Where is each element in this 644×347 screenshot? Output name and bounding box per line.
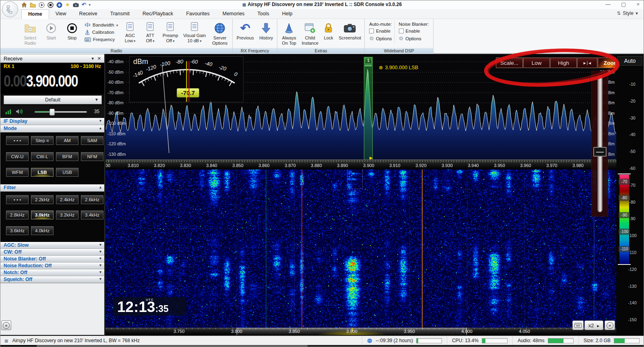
scroll-right-button[interactable]: »	[605, 320, 615, 330]
panel-close-icon[interactable]: ✕	[97, 56, 101, 61]
preamp-dropdown[interactable]: Preamp Off	[161, 20, 180, 44]
screenshot-button[interactable]: Screenshot	[337, 20, 362, 41]
section-header-squelch-off[interactable]: Squelch: Off	[0, 276, 104, 283]
filter-button-2-6khz[interactable]: 2.6kHz	[81, 195, 103, 204]
filter-button-2-2khz[interactable]: 2.2kHz	[31, 195, 54, 204]
profile-dropdown[interactable]: Default▼	[4, 95, 102, 104]
tab-help[interactable]: Help	[276, 9, 299, 19]
spectrum-frequency-axis[interactable]: 003.8103.8203.8303.8403.8503.8603.8703.8…	[106, 159, 616, 169]
spectrum-button-high[interactable]: High	[550, 58, 577, 68]
panel-menu-icon[interactable]: ▾	[91, 56, 94, 61]
mode-button-wfm[interactable]: WFM	[6, 168, 29, 177]
app-menu-button[interactable]	[2, 1, 18, 17]
waterfall-zoom-button[interactable]: x2	[584, 320, 603, 330]
noise-blanker-options-button[interactable]: ⚙Options	[399, 35, 429, 41]
section-header-filter[interactable]: Filter▴	[0, 184, 104, 192]
frequency-digits[interactable]: 0.003.900.000	[4, 72, 82, 90]
volume-value: 35	[94, 109, 99, 114]
style-selector[interactable]: ⇅ Style	[617, 10, 638, 16]
calibration-button[interactable]: Calibration	[83, 29, 119, 35]
mode-button-bfm[interactable]: BFM	[56, 152, 78, 161]
frequency-entry-button[interactable]	[572, 320, 584, 330]
section-header-cw-off[interactable]: CW: Off	[0, 249, 104, 256]
frequency-button[interactable]: Frequency	[83, 37, 119, 42]
tab-receive[interactable]: Receive	[73, 9, 104, 19]
section-header-if-display[interactable]: IF Display▾	[0, 118, 104, 125]
mode-button-usb[interactable]: USB	[56, 168, 78, 177]
visual-gain-dropdown[interactable]: Visual Gain 10 dB	[181, 20, 208, 44]
section-header-notch-off[interactable]: Notch: Off	[0, 269, 104, 276]
tab-favourites[interactable]: Favourites	[180, 9, 216, 19]
auto-range-button[interactable]: Auto	[617, 56, 642, 66]
waterfall-frequency-axis[interactable]: 3.7503.8003.8503.9003.9504.0004.050	[106, 328, 616, 335]
filter-button-3-6khz[interactable]: 3.6kHz	[6, 226, 29, 235]
history-button[interactable]: History	[257, 20, 275, 41]
tab-rec-playback[interactable]: Rec/Playback	[136, 9, 180, 19]
server-options-button[interactable]: ServerOptions	[209, 20, 230, 46]
minimize-button[interactable]: —	[605, 1, 611, 7]
tab-tools[interactable]: Tools	[251, 9, 276, 19]
scroll-left-button[interactable]: «	[1, 320, 11, 330]
section-header-noise-reduction-off[interactable]: Noise Reduction: Off	[0, 262, 104, 269]
waterfall-display[interactable]: UTC 12:13 :35	[106, 169, 616, 328]
child-instance-button[interactable]: ChildInstance	[300, 20, 320, 46]
mode-button-lsb[interactable]: LSB	[31, 168, 54, 177]
previous-frequency-button[interactable]: ↶ Previous	[235, 20, 256, 41]
checkbox-icon[interactable]	[369, 29, 374, 33]
axis-tick-label: 3.970	[546, 163, 557, 168]
mode-button-item[interactable]: • • •	[6, 136, 29, 145]
filter-button-3-4khz[interactable]: 3.4kHz	[81, 211, 103, 219]
palette-lower-handle[interactable]	[618, 264, 631, 265]
tab-transmit[interactable]: Transmit	[104, 9, 136, 19]
section-header-noise-blanker-off[interactable]: Noise Blanker: Off	[0, 256, 104, 262]
bandwidth-button[interactable]: Bandwidth	[83, 22, 119, 28]
stop-button[interactable]: Stop	[62, 20, 82, 41]
filter-button-3-2khz[interactable]: 3.2kHz	[56, 211, 78, 219]
start-button[interactable]: Start	[41, 20, 61, 41]
frequency-keypad-icon	[85, 37, 91, 42]
checkbox-icon[interactable]	[399, 29, 404, 33]
att-dropdown[interactable]: ATT Off	[141, 20, 159, 44]
tuning-marker[interactable]: 1	[364, 57, 373, 159]
maximize-button[interactable]: ▢	[621, 1, 626, 7]
automute-enable-checkbox[interactable]: Enable	[369, 29, 392, 33]
marker-mute-icon[interactable]: ⊗	[379, 65, 383, 70]
tab-view[interactable]: View	[49, 9, 73, 19]
mode-button-am[interactable]: AM	[56, 136, 78, 145]
mode-button-cw-l[interactable]: CW-L	[31, 152, 54, 161]
filter-button-item[interactable]: • • •	[6, 195, 29, 204]
palette-upper-handle[interactable]	[618, 174, 631, 174]
equalizer-icon[interactable]	[5, 109, 12, 116]
filter-button-4-0khz[interactable]: 4.0kHz	[31, 226, 54, 235]
filter-button-2-8khz[interactable]: 2.8kHz	[6, 211, 29, 219]
frequency-readout[interactable]: RX 1 100 - 3100 Hz 0.003.900.000	[0, 63, 104, 94]
zoom-slider-handle[interactable]	[593, 147, 607, 157]
volume-slider[interactable]	[35, 111, 87, 113]
lock-button[interactable]: Lock	[321, 20, 336, 41]
mode-button-cw-u[interactable]: CW-U	[6, 152, 29, 161]
spectrum-button-item[interactable]: ►|◄	[577, 58, 597, 68]
tab-home[interactable]: Home	[21, 9, 49, 19]
speaker-icon[interactable]	[16, 108, 23, 116]
automute-options-button[interactable]: ⚙Options	[369, 35, 392, 41]
spectrum-button-low[interactable]: Low	[523, 58, 550, 68]
mode-button-step[interactable]: Step ≡	[31, 136, 54, 145]
filter-button-3-0khz[interactable]: 3.0kHz	[31, 211, 54, 219]
section-header-mode[interactable]: Mode▴	[0, 125, 104, 132]
mode-button-sam[interactable]: SAM	[81, 136, 103, 145]
spectrum-display[interactable]: 1 ⊗3.900.000 LSB dBm -140-120-100-80-60-…	[106, 54, 616, 169]
spectrum-button-scale[interactable]: Scale...	[496, 58, 523, 68]
filter-button-2-4khz[interactable]: 2.4kHz	[56, 195, 78, 204]
volume-handle[interactable]	[50, 109, 55, 116]
noise-blanker-enable-checkbox[interactable]: Enable	[399, 29, 429, 33]
tab-memories[interactable]: Memories	[216, 9, 251, 19]
agc-dropdown[interactable]: AGC Low	[121, 20, 139, 44]
mode-button-nfm[interactable]: NFM	[81, 152, 103, 161]
zoom-slider-track[interactable]	[597, 75, 603, 212]
always-on-top-button[interactable]: AlwaysOn Top	[279, 20, 299, 46]
utc-clock: UTC 12:13 :35	[113, 297, 186, 316]
select-radio-button[interactable]: SelectRadio	[21, 20, 40, 46]
close-button[interactable]: ×	[636, 1, 640, 7]
spectrum-button-zoom[interactable]: Zoom	[598, 58, 616, 68]
section-header-agc-slow[interactable]: AGC: Slow	[0, 242, 104, 249]
